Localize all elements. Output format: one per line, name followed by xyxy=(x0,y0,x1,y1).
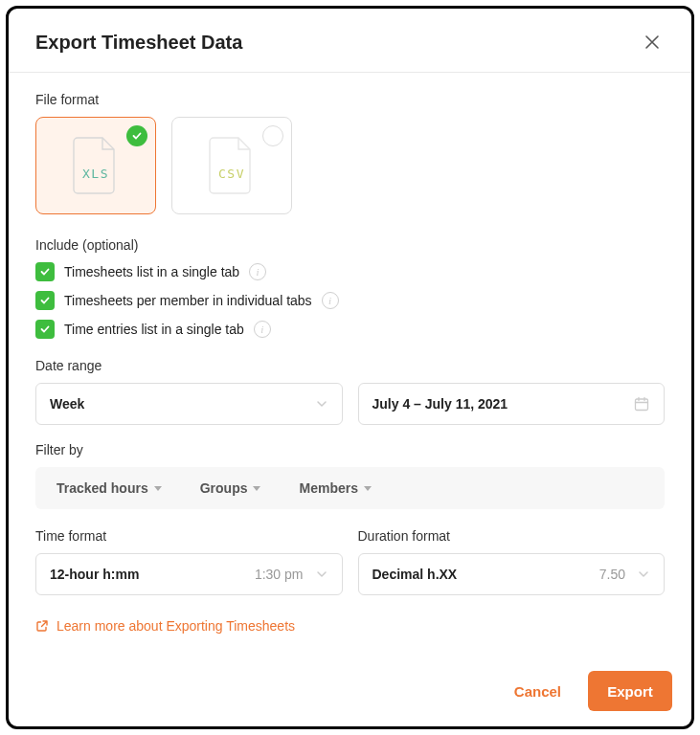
cancel-button[interactable]: Cancel xyxy=(495,671,580,711)
modal-title: Export Timesheet Data xyxy=(35,32,242,54)
select-value: Week xyxy=(50,396,84,412)
learn-more-text: Learn more about Exporting Timesheets xyxy=(56,618,295,634)
export-button[interactable]: Export xyxy=(588,671,672,711)
calendar-icon xyxy=(633,395,650,412)
include-item-label: Timesheets list in a single tab xyxy=(64,264,239,279)
include-item-label: Time entries list in a single tab xyxy=(64,322,244,337)
select-value: Decimal h.XX xyxy=(373,567,458,582)
filter-by-label: Filter by xyxy=(35,442,665,457)
filter-groups[interactable]: Groups xyxy=(192,475,269,501)
include-item: Timesheets per member in individual tabs… xyxy=(35,291,665,310)
chevron-down-icon xyxy=(315,397,328,411)
file-format-options: XLS CSV xyxy=(35,117,665,214)
filter-label: Groups xyxy=(200,480,248,496)
duration-format-example: 7.50 xyxy=(599,567,625,582)
time-format-select[interactable]: 12-hour h:mm 1:30 pm xyxy=(35,553,343,595)
include-item: Timesheets list in a single tab i xyxy=(35,262,665,281)
info-icon[interactable]: i xyxy=(254,321,271,338)
check-badge-icon xyxy=(126,125,147,146)
date-range-label: Date range xyxy=(35,358,665,373)
caret-down-icon xyxy=(154,486,162,491)
file-xls-icon: XLS xyxy=(72,136,120,195)
chevron-down-icon xyxy=(315,568,328,581)
filter-label: Members xyxy=(299,480,357,496)
time-format-label: Time format xyxy=(35,528,343,544)
checkbox-timesheets-per-member[interactable] xyxy=(35,291,55,310)
file-format-option-csv[interactable]: CSV xyxy=(171,117,292,214)
close-button[interactable] xyxy=(640,30,665,55)
date-range-value: July 4 – July 11, 2021 xyxy=(373,396,508,412)
file-csv-icon: CSV xyxy=(208,136,256,195)
close-icon xyxy=(644,33,661,51)
include-label: Include (optional) xyxy=(35,237,665,253)
date-range-picker[interactable]: July 4 – July 11, 2021 xyxy=(358,383,666,425)
check-icon xyxy=(39,323,51,335)
modal-footer: Cancel Export xyxy=(9,656,691,726)
chevron-down-icon xyxy=(637,568,650,581)
checkbox-time-entries[interactable] xyxy=(35,320,55,339)
file-format-option-xls[interactable]: XLS xyxy=(35,117,156,214)
date-range-preset-select[interactable]: Week xyxy=(35,383,343,425)
include-item: Time entries list in a single tab i xyxy=(35,320,665,339)
checkbox-timesheets-list[interactable] xyxy=(35,262,55,281)
duration-format-label: Duration format xyxy=(358,528,666,544)
svg-rect-2 xyxy=(636,399,648,411)
duration-format-select[interactable]: Decimal h.XX 7.50 xyxy=(358,553,666,595)
learn-more-link[interactable]: Learn more about Exporting Timesheets xyxy=(35,618,295,634)
info-icon[interactable]: i xyxy=(249,263,266,280)
external-link-icon xyxy=(35,619,49,633)
filter-label: Tracked hours xyxy=(56,480,148,496)
caret-down-icon xyxy=(253,486,260,491)
file-format-label: File format xyxy=(35,92,665,107)
empty-badge-icon xyxy=(262,125,283,146)
svg-text:XLS: XLS xyxy=(82,167,109,181)
filter-bar: Tracked hours Groups Members xyxy=(35,467,665,509)
time-format-example: 1:30 pm xyxy=(255,567,304,582)
check-icon xyxy=(39,266,51,278)
include-item-label: Timesheets per member in individual tabs xyxy=(64,293,312,308)
select-value: 12-hour h:mm xyxy=(50,567,139,582)
modal-header: Export Timesheet Data xyxy=(9,9,691,73)
filter-members[interactable]: Members xyxy=(291,475,378,501)
caret-down-icon xyxy=(364,486,372,491)
include-list: Timesheets list in a single tab i Timesh… xyxy=(35,262,665,339)
modal-body: File format XLS CSV xyxy=(9,73,691,656)
check-icon xyxy=(39,295,51,306)
export-timesheet-modal: Export Timesheet Data File format XLS xyxy=(6,6,694,729)
svg-text:CSV: CSV xyxy=(218,167,245,181)
filter-tracked-hours[interactable]: Tracked hours xyxy=(49,475,169,501)
info-icon[interactable]: i xyxy=(322,292,339,309)
